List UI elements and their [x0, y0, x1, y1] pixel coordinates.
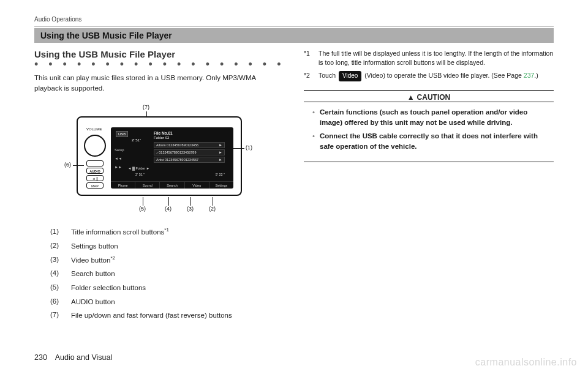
- time-total: 5' 22 ": [216, 173, 225, 178]
- footnote-text: The full title will be displayed unless …: [318, 49, 554, 67]
- section-heading-bar: Using the USB Music File Player: [34, 28, 554, 43]
- hard-button-1: [86, 160, 104, 166]
- legend-text: AUDIO button: [71, 295, 115, 309]
- screen-file-line: File No.01: [154, 131, 173, 135]
- callout-6: (6): [64, 162, 71, 168]
- page-number: 230: [34, 353, 47, 362]
- callout-5: (5): [139, 206, 146, 212]
- track-text: ♪ 01234567890123456789: [156, 151, 196, 154]
- legend-row: (6)AUDIO button: [50, 295, 284, 309]
- watermark: carmanualsonline.info: [475, 357, 577, 368]
- audio-hard-button: AUDIO: [86, 168, 104, 174]
- header-rule: [34, 26, 554, 27]
- callout-line: [190, 197, 191, 206]
- page-footer: 230 Audio and Visual: [34, 353, 112, 362]
- info-row-album: Album 01234567890123456►: [154, 142, 225, 148]
- tab-video: Video: [185, 182, 209, 189]
- legend-text: Video button*2: [71, 253, 115, 267]
- warning-icon: ▲: [407, 93, 415, 102]
- callout-line: [73, 165, 84, 166]
- callout-line: [231, 148, 244, 149]
- caution-item: Connect the USB cable correctly so that …: [311, 131, 546, 151]
- footnote-text: Touch Video (Video) to operate the USB v…: [318, 71, 538, 81]
- legend-num: (6): [50, 295, 65, 309]
- legend-text: Search button: [71, 267, 115, 281]
- map-hard-button: MAP: [86, 182, 104, 189]
- tab-search: Search: [160, 182, 184, 189]
- callout-line: [168, 197, 169, 206]
- tab-phone: Phone: [111, 182, 135, 189]
- page-section: Audio and Visual: [55, 353, 113, 362]
- dotted-rule: • • • • • • • • • • • • • • • • • • • • …: [34, 62, 284, 67]
- running-head: Audio Operations: [34, 16, 554, 23]
- footnote-id: *2: [304, 71, 315, 81]
- volume-knob: [84, 135, 106, 157]
- legend-num: (4): [50, 267, 65, 281]
- album-text: Album 01234567890123456: [156, 143, 198, 147]
- callout-3: (3): [187, 206, 194, 212]
- usb-badge: USB: [116, 131, 128, 137]
- page-reference: 237: [524, 72, 535, 79]
- footnote-1: *1 The full title will be displayed unle…: [304, 49, 554, 67]
- left-icon-2: ◄◄: [115, 157, 146, 160]
- setup-icon: Setup: [115, 148, 146, 152]
- time-current: 2' 51 ": [135, 173, 145, 178]
- callout-7: (7): [143, 104, 149, 110]
- artist-text: Artist 012345678901234567: [156, 158, 198, 162]
- media-hard-button: ◄ ‖: [86, 175, 104, 181]
- folder-selector: ◄ ▓ Folder ►: [128, 165, 225, 171]
- legend-row: (1)Title information scroll buttons*1: [50, 225, 284, 239]
- volume-knob-label: VOLUME: [86, 127, 102, 131]
- legend-num: (7): [50, 309, 65, 323]
- legend-row: (3)Video button*2: [50, 253, 284, 267]
- legend-num: (3): [50, 253, 65, 267]
- screen-bottom-tabs: Phone Sound Search Video Settings: [111, 181, 233, 189]
- caution-block: ▲CAUTION Certain functions (such as touc…: [304, 90, 554, 162]
- caution-title: ▲CAUTION: [304, 90, 554, 102]
- callout-2: (2): [209, 206, 216, 212]
- scroll-arrow-icon: ►: [219, 143, 222, 147]
- callout-line: [146, 111, 147, 118]
- callout-line: [213, 197, 213, 206]
- legend-num: (5): [50, 281, 65, 295]
- legend-row: (2)Settings button: [50, 239, 284, 253]
- callout-legend: (1)Title information scroll buttons*1 (2…: [34, 225, 284, 323]
- footnote-2: *2 Touch Video (Video) to operate the US…: [304, 71, 554, 81]
- device-body: VOLUME AUDIO ◄ ‖ MAP USB 2' 51" File No.…: [77, 116, 242, 196]
- scroll-arrow-icon: ►: [219, 158, 222, 162]
- video-touch-button: Video: [339, 71, 361, 81]
- device-diagram: VOLUME AUDIO ◄ ‖ MAP USB 2' 51" File No.…: [64, 100, 254, 217]
- elapsed-time: 2' 51": [132, 138, 141, 142]
- footnote-id: *1: [304, 49, 315, 67]
- legend-num: (1): [50, 225, 65, 239]
- info-row-track: ♪ 01234567890123456789►: [154, 149, 225, 155]
- legend-text: File up/down and fast forward (fast reve…: [71, 309, 232, 323]
- legend-row: (7)File up/down and fast forward (fast r…: [50, 309, 284, 323]
- info-row-artist: Artist 012345678901234567►: [154, 157, 225, 163]
- intro-text: This unit can play music files stored in…: [34, 73, 284, 93]
- left-column: Using the USB Music File Player • • • • …: [34, 49, 284, 323]
- callout-4: (4): [165, 206, 172, 212]
- screen-folder-line: Folder 02: [154, 136, 169, 140]
- legend-text: Folder selection buttons: [71, 281, 146, 295]
- right-column: *1 The full title will be displayed unle…: [304, 49, 554, 323]
- time-bar: 2' 51 " 5' 22 ": [135, 173, 225, 178]
- legend-text: Title information scroll buttons*1: [71, 225, 169, 239]
- touch-screen: USB 2' 51" File No.01 Folder 02 Setup ◄◄…: [111, 127, 233, 189]
- caution-item: Certain functions (such as touch panel o…: [311, 107, 546, 127]
- legend-row: (5)Folder selection buttons: [50, 281, 284, 295]
- subsection-heading: Using the USB Music File Player: [34, 49, 284, 59]
- callout-1: (1): [246, 144, 252, 151]
- scroll-arrow-icon: ►: [219, 151, 222, 154]
- legend-text: Settings button: [71, 239, 118, 253]
- legend-num: (2): [50, 239, 65, 253]
- tab-sound: Sound: [135, 182, 160, 189]
- legend-row: (4)Search button: [50, 267, 284, 281]
- caution-box: Certain functions (such as touch panel o…: [304, 102, 554, 162]
- tab-settings: Settings: [209, 182, 233, 189]
- callout-line: [143, 197, 143, 206]
